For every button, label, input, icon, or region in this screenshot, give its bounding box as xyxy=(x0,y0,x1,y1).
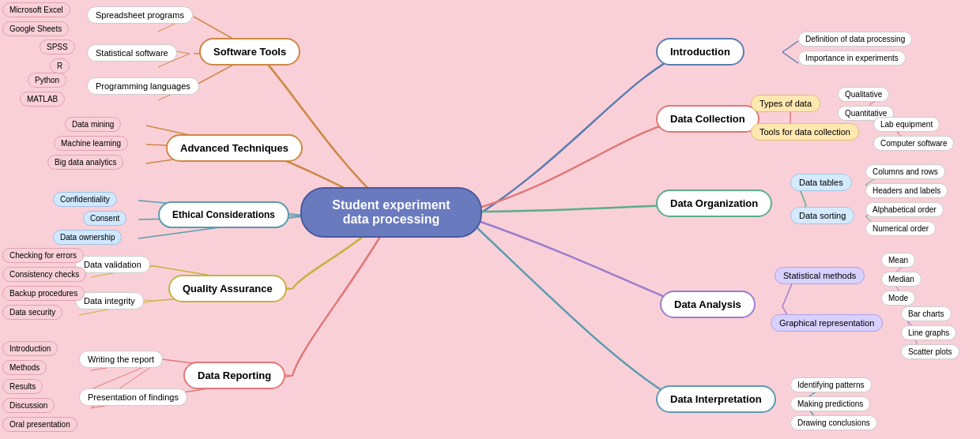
draw-conc-node: Drawing conclusions xyxy=(790,415,877,430)
prog-lang-node: Programming languages xyxy=(87,77,199,95)
stat-soft-node: Statistical software xyxy=(87,44,177,62)
data-collection-node[interactable]: Data Collection xyxy=(656,105,760,133)
matlab-node: MATLAB xyxy=(20,92,65,107)
quality-node[interactable]: Quality Assurance xyxy=(168,275,287,302)
median-node: Median xyxy=(881,272,922,287)
machine-learn-node: Machine learning xyxy=(54,136,128,151)
cols-rows-node: Columns and rows xyxy=(865,164,945,179)
confidentiality-node: Confidentiality xyxy=(53,192,117,207)
scatter-plots-node: Scatter plots xyxy=(901,344,959,359)
data-analysis-node[interactable]: Data Analysis xyxy=(660,291,756,318)
data-valid-node: Data validation xyxy=(75,256,150,273)
data-interp-node[interactable]: Data Interpretation xyxy=(656,385,776,413)
backup-proc-node: Backup procedures xyxy=(2,286,85,301)
spreadsheet-node: Spreadsheet programs xyxy=(87,6,193,24)
r-lang-node: R xyxy=(50,58,70,73)
data-report-node[interactable]: Data Reporting xyxy=(183,362,285,389)
tools-collection-node: Tools for data collection xyxy=(751,123,859,141)
data-sec-node: Data security xyxy=(2,305,62,320)
lab-equip-node: Lab equipment xyxy=(873,117,940,132)
spss-node: SPSS xyxy=(40,39,75,54)
data-integ-node: Data integrity xyxy=(75,292,144,310)
num-order-node: Numerical order xyxy=(865,221,936,236)
big-data-node: Big data analytics xyxy=(47,155,123,170)
g-sheets-node: Google Sheets xyxy=(2,21,69,36)
pres-findings-node: Presentation of findings xyxy=(79,388,187,406)
comp-soft-node: Computer software xyxy=(873,136,954,151)
data-org-node[interactable]: Data Organization xyxy=(656,189,772,217)
ms-excel-node: Microsoft Excel xyxy=(2,2,70,17)
imp-exp-node: Importance in experiments xyxy=(798,51,906,66)
def-data-node: Definition of data processing xyxy=(798,32,912,47)
center-node: Student experiment data processing xyxy=(300,187,482,238)
id-patterns-node: Identifying patterns xyxy=(790,377,872,392)
data-sorting-node: Data sorting xyxy=(790,207,854,224)
consent-node: Consent xyxy=(83,211,126,226)
types-data-node: Types of data xyxy=(751,95,820,112)
make-pred-node: Making predictions xyxy=(790,396,870,411)
data-tables-node: Data tables xyxy=(790,174,852,191)
oral-pres-node: Oral presentation xyxy=(2,417,77,432)
mode-node: Mode xyxy=(881,291,915,306)
alpha-order-node: Alphabetical order xyxy=(865,202,944,217)
stat-methods-node: Statistical methods xyxy=(775,267,865,284)
methods-leaf-node: Methods xyxy=(2,360,47,375)
python-node: Python xyxy=(28,73,66,88)
introduction-node[interactable]: Introduction xyxy=(656,38,744,66)
mean-node: Mean xyxy=(881,253,915,268)
bar-charts-node: Bar charts xyxy=(901,306,952,321)
consist-checks-node: Consistency checks xyxy=(2,267,86,282)
headers-node: Headers and labels xyxy=(865,183,948,198)
results-leaf-node: Results xyxy=(2,379,43,394)
line-graphs-node: Line graphs xyxy=(901,325,956,340)
qualitative-node: Qualitative xyxy=(838,87,889,102)
intro-leaf-node: Introduction xyxy=(2,341,58,356)
adv-tech-node[interactable]: Advanced Techniques xyxy=(166,134,303,162)
data-ownership-node: Data ownership xyxy=(53,230,122,245)
check-errors-node: Checking for errors xyxy=(2,248,84,263)
graph-rep-node: Graphical representation xyxy=(771,314,883,332)
writing-report-node: Writing the report xyxy=(79,351,163,368)
software-tools-node[interactable]: Software Tools xyxy=(199,38,300,66)
data-mining-node: Data mining xyxy=(65,117,121,132)
ethical-node[interactable]: Ethical Considerations xyxy=(158,201,289,228)
discussion-leaf-node: Discussion xyxy=(2,398,55,413)
